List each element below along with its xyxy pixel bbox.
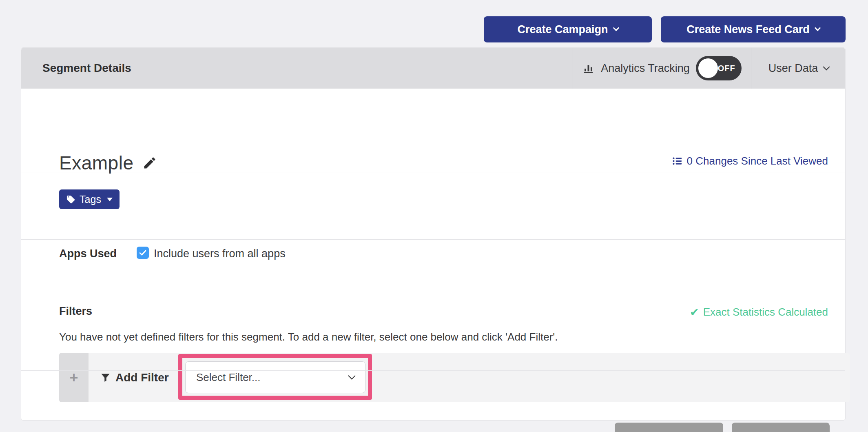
analytics-tracking-group: Analytics Tracking OFF: [573, 48, 751, 89]
toggle-knob: [698, 58, 718, 78]
funnel-icon: [100, 372, 111, 383]
tags-button-label: Tags: [80, 194, 101, 205]
create-campaign-label: Create Campaign: [517, 23, 608, 36]
save-button[interactable]: Save: [732, 423, 830, 432]
change-list-icon: [672, 156, 683, 167]
include-all-apps-label: Include users from all apps: [154, 247, 286, 260]
section-divider: [21, 239, 845, 240]
create-news-feed-card-button[interactable]: Create News Feed Card: [661, 16, 846, 42]
include-all-apps-checkbox[interactable]: [137, 247, 149, 259]
segment-details-card: Segment Details Analytics Tracking OFF U…: [21, 47, 846, 421]
segment-name: Example: [59, 152, 133, 174]
exact-statistics-status: ✔ Exact Statistics Calculated: [690, 306, 828, 318]
card-header: Segment Details Analytics Tracking OFF U…: [21, 48, 845, 89]
select-filter-placeholder: Select Filter...: [196, 371, 349, 384]
create-campaign-button[interactable]: Create Campaign: [484, 16, 652, 42]
chevron-down-icon: [348, 372, 355, 379]
analytics-tracking-toggle[interactable]: OFF: [696, 56, 742, 80]
plus-icon: +: [69, 369, 78, 386]
page-title: Segment Details: [42, 48, 131, 89]
analytics-tracking-label: Analytics Tracking: [601, 62, 690, 75]
add-filter-label: Add Filter: [115, 371, 169, 384]
exact-statistics-label: Exact Statistics Calculated: [703, 306, 828, 318]
green-check-icon: ✔: [690, 306, 699, 318]
checkmark-icon: [138, 248, 147, 257]
add-filter-row: + Add Filter Select Filter...: [59, 353, 850, 402]
user-data-dropdown[interactable]: User Data: [751, 48, 846, 89]
filters-empty-message: You have not yet defined filters for thi…: [59, 331, 558, 343]
changes-link-label: 0 Changes Since Last Viewed: [687, 155, 828, 167]
chevron-down-icon: [815, 25, 821, 31]
add-filter-label-group: Add Filter: [100, 353, 169, 402]
save-label: Save: [767, 430, 794, 432]
apps-used-label: Apps Used: [59, 247, 117, 260]
edit-pencil-icon[interactable]: [142, 156, 157, 170]
caret-down-icon: [107, 198, 113, 201]
create-news-feed-card-label: Create News Feed Card: [686, 23, 810, 36]
tags-button[interactable]: Tags: [59, 189, 120, 209]
select-filter-dropdown[interactable]: Select Filter...: [185, 361, 365, 393]
revert-icon: ↺: [643, 430, 653, 432]
tag-icon: [66, 195, 75, 204]
filters-heading: Filters: [59, 305, 92, 318]
revert-label: Revert: [659, 430, 695, 432]
revert-button[interactable]: ↺ Revert: [615, 423, 723, 432]
add-filter-plus-button[interactable]: +: [59, 353, 89, 402]
chevron-down-icon: [823, 63, 830, 70]
toggle-state-label: OFF: [718, 56, 735, 80]
user-data-label: User Data: [768, 62, 818, 75]
chevron-down-icon: [613, 25, 619, 31]
footer-divider: [21, 370, 845, 371]
bar-chart-icon: [582, 62, 595, 74]
section-divider: [21, 172, 845, 172]
changes-since-last-viewed-link[interactable]: 0 Changes Since Last Viewed: [672, 155, 828, 167]
